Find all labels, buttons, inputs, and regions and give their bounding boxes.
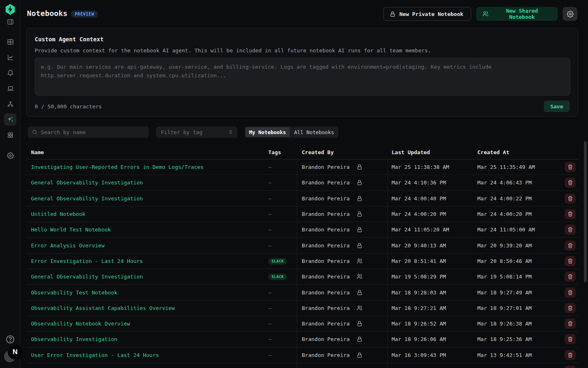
delete-notebook-button[interactable] <box>565 319 576 329</box>
table-row <box>26 363 578 368</box>
scrollbar-thumb[interactable] <box>584 141 587 282</box>
notebook-link[interactable]: Observability Investigation <box>31 336 117 342</box>
notebook-settings-button[interactable] <box>563 7 577 21</box>
delete-notebook-button[interactable] <box>565 287 576 298</box>
created-by-name: Brandon Pereira <box>302 211 350 217</box>
delete-notebook-button[interactable] <box>565 350 576 360</box>
sparkles-icon <box>7 116 14 123</box>
sidebar-item-gear[interactable] <box>4 149 16 162</box>
last-updated-cell: Mar 24 4:10:36 PM <box>392 180 477 186</box>
sidebar-item-laptop[interactable] <box>4 82 16 94</box>
shared-users-icon <box>356 258 363 264</box>
created-by-name: Brandon Pereira <box>302 195 350 202</box>
delete-notebook-button[interactable] <box>565 303 576 313</box>
private-lock-icon <box>356 336 363 342</box>
last-updated-cell: Mar 18 9:27:21 AM <box>392 305 477 311</box>
agent-context-textarea[interactable] <box>35 58 570 96</box>
flow-icon <box>7 101 14 108</box>
created-by-name: Brandon Pereira <box>302 164 350 170</box>
notebook-link[interactable]: Untitled Notebook <box>31 211 85 217</box>
save-button[interactable]: Save <box>544 101 570 112</box>
last-updated-cell: Mar 19 5:08:29 PM <box>392 274 477 280</box>
last-updated-cell: Mar 18 9:26:06 AM <box>392 336 477 342</box>
created-by-name: Brandon Pereira <box>302 180 350 186</box>
delete-notebook-button[interactable] <box>565 177 576 188</box>
created-by-name: Brandon Pereira <box>302 289 350 296</box>
sidebar-item-sparkles[interactable] <box>4 113 16 126</box>
notebook-link[interactable]: Observability Assistant Capabilities Ove… <box>31 305 175 311</box>
no-tags-dash: — <box>268 321 272 327</box>
table-icon <box>7 38 14 45</box>
no-tags-dash: — <box>268 352 272 358</box>
shared-users-icon <box>356 274 363 280</box>
notebook-link[interactable]: Hello World Test Notebook <box>31 227 111 233</box>
table-row: Investigating User-Reported Errors in De… <box>26 159 578 175</box>
sidebar-item-apps[interactable] <box>4 129 16 141</box>
new-private-notebook-button[interactable]: New Private Notebook <box>383 7 471 21</box>
help-button[interactable] <box>5 334 15 344</box>
col-name: Name <box>31 149 268 155</box>
private-lock-icon <box>356 352 363 358</box>
table-row: Hello World Test Notebook—Brandon Pereir… <box>26 222 578 238</box>
notebook-link[interactable]: Observability Test Notebook <box>31 289 117 296</box>
logo-hexagon-bolt-icon <box>4 3 16 16</box>
sidebar-item-panel[interactable] <box>4 16 16 28</box>
tab-all-notebooks[interactable]: All Notebooks <box>290 127 338 137</box>
apps-icon <box>7 132 14 139</box>
bell-icon <box>7 70 14 76</box>
table-row: Observability Test Notebook—Brandon Pere… <box>26 285 578 300</box>
notebook-link[interactable]: General Observability Investigation <box>31 195 143 202</box>
notebook-link[interactable]: Investigating User-Reported Errors in De… <box>31 164 204 170</box>
table-body: Investigating User-Reported Errors in De… <box>26 159 578 368</box>
column-divider <box>388 159 388 368</box>
last-updated-cell: Mar 18 9:28:03 AM <box>392 289 477 296</box>
new-shared-notebook-button[interactable]: New Shared Notebook <box>476 7 558 21</box>
delete-notebook-button[interactable] <box>565 256 576 266</box>
sidebar-item-table[interactable] <box>4 36 16 48</box>
sidebar-item-chart[interactable] <box>4 51 16 63</box>
notebook-link[interactable]: Observability Notebook Overview <box>31 321 130 327</box>
private-lock-icon <box>356 242 363 249</box>
delete-notebook-button[interactable] <box>565 334 576 344</box>
shared-users-icon <box>356 305 363 311</box>
users-icon <box>482 11 489 17</box>
created-by-name: Brandon Pereira <box>302 227 350 233</box>
last-updated-cell: Mar 25 11:38:38 AM <box>392 164 477 170</box>
created-at-cell: Mar 24 4:00:22 PM <box>477 195 555 202</box>
created-at-cell: Mar 24 4:06:43 PM <box>477 180 555 186</box>
delete-notebook-button[interactable] <box>565 240 576 251</box>
created-at-cell: Mar 18 9:27:01 AM <box>477 305 555 311</box>
private-lock-icon <box>356 195 363 202</box>
chevron-updown-icon <box>228 130 233 135</box>
table-row: General Observability InvestigationSLACK… <box>26 269 578 285</box>
tab-my-notebooks[interactable]: My Notebooks <box>245 127 290 137</box>
notebook-link[interactable]: General Observability Investigation <box>31 274 143 280</box>
notebook-link[interactable]: Error Investigation - Last 24 Hours <box>31 258 143 264</box>
delete-notebook-button[interactable] <box>565 366 576 368</box>
notebook-link[interactable]: General Observability Investigation <box>31 180 143 186</box>
tag-filter-select[interactable]: Filter by tag <box>156 126 237 138</box>
sidebar-item-bell[interactable] <box>4 67 16 79</box>
notebooks-view-toggle: My Notebooks All Notebooks <box>245 126 339 138</box>
private-lock-icon <box>356 227 363 233</box>
created-by-name: Brandon Pereira <box>302 336 350 342</box>
last-updated-cell: Mar 24 11:05:20 AM <box>392 227 477 233</box>
notebook-link[interactable]: Error Analysis Overview <box>31 242 105 249</box>
created-at-cell: Mar 18 9:27:49 AM <box>477 289 555 296</box>
sidebar-nav <box>0 16 20 162</box>
notebook-link[interactable]: User Error Investigation - Last 24 Hours <box>31 352 159 358</box>
sidebar-item-flow[interactable] <box>4 98 16 110</box>
delete-notebook-button[interactable] <box>565 224 576 235</box>
created-by-name: Brandon Pereira <box>302 258 350 264</box>
delete-notebook-button[interactable] <box>565 272 576 282</box>
delete-notebook-button[interactable] <box>565 209 576 219</box>
table-row: General Observability Investigation—Bran… <box>26 191 578 206</box>
delete-notebook-button[interactable] <box>565 193 576 204</box>
created-at-cell: Mar 25 11:35:49 AM <box>477 164 555 170</box>
delete-notebook-button[interactable] <box>565 162 576 172</box>
column-divider <box>297 159 297 368</box>
no-tags-dash: — <box>268 211 272 217</box>
search-input[interactable] <box>41 129 145 135</box>
app-logo[interactable] <box>4 3 16 16</box>
table-row: User Error Investigation - Last 24 Hours… <box>26 348 578 363</box>
